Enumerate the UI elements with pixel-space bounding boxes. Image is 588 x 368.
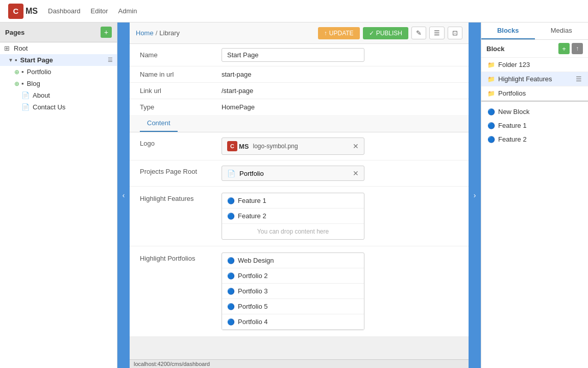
portfolio-web-design[interactable]: 🔵 Web Design [222,253,364,268]
publish-icon: ✓ [369,30,374,37]
type-label: Type [140,103,222,111]
block-feature-2-label: Feature 2 [498,135,527,143]
block-folders: 📁 Folder 123 📁 Highlight Features ☰ 📁 Po… [481,58,588,101]
block-header-label: Block [486,45,504,53]
start-page-menu[interactable]: ☰ [108,57,113,63]
right-sidebar-action-buttons: + ↑ [558,43,583,54]
name-label: Name [140,51,222,59]
publish-button[interactable]: ✓ PUBLISH [363,27,408,39]
projects-remove-button[interactable]: ✕ [353,169,359,177]
tab-medias[interactable]: Medias [535,22,589,39]
logo-field-content: C MS logo-symbol.png ✕ [222,137,458,155]
folder-123-label: Folder 123 [498,61,530,68]
projects-field-content: 📄 Portfolio ✕ [222,166,458,181]
web-design-icon: 🔵 [227,257,235,264]
logo-text: MS [26,7,38,16]
breadcrumb: Home / Library [136,29,180,37]
folder-portfolios[interactable]: 📁 Portfolios [481,86,588,101]
portfolio-4-item[interactable]: 🔵 Portfolio 4 [222,314,364,330]
cms-logo-small: C MS [227,141,249,151]
grid-view-button[interactable]: ⊡ [448,27,462,39]
block-feature-2[interactable]: 🔵 Feature 2 [481,132,588,146]
highlight-features-dropzone[interactable]: 🔵 Feature 1 🔵 Feature 2 You can drop con… [222,193,364,240]
projects-file-inner: 📄 Portfolio [227,170,264,177]
block-feature-1-icon: 🔵 [487,122,495,129]
highlight-features-folder-icon: 📁 [487,76,495,83]
highlight-portfolios-dropzone[interactable]: 🔵 Web Design 🔵 Portfolio 2 🔵 Portfolio 3 [222,252,364,330]
tab-blocks[interactable]: Blocks [481,22,535,39]
portfolio-5-label: Portfolio 5 [238,303,268,310]
portfolio-4-label: Portfolio 4 [238,318,268,326]
logo-remove-button[interactable]: ✕ [353,142,359,150]
update-button[interactable]: ↑ UPDATE [318,27,360,39]
edit-button[interactable]: ✎ [411,27,426,39]
breadcrumb-home[interactable]: Home [136,29,154,37]
feature-1-item[interactable]: 🔵 Feature 1 [222,193,364,209]
collapse-right-button[interactable]: › [469,22,481,368]
status-url: localhost:4200/cms/dashboard [134,361,210,367]
folder-123[interactable]: 📁 Folder 123 [481,58,588,72]
nav-editor[interactable]: Editor [91,7,108,15]
sidebar-blog-label: Blog [27,80,40,87]
blog-folder-icon: ▪ [21,80,24,87]
sidebar-item-blog[interactable]: ⊕ ▪ Blog [0,78,117,89]
upload-block-button[interactable]: ↑ [572,43,583,54]
logo-label: Logo [140,137,222,147]
page-icon-about: 📄 [21,91,30,99]
folder-highlight-features[interactable]: 📁 Highlight Features ☰ [481,72,588,86]
sidebar-item-contact-us[interactable]: 📄 Contact Us [0,101,117,113]
list-view-button[interactable]: ☰ [429,27,445,39]
projects-value: Portfolio [239,170,264,177]
network-icon: ⊞ [4,44,10,52]
block-feature-1-label: Feature 1 [498,122,527,129]
logo-row: Logo C MS logo-symbol.png ✕ [130,132,469,160]
sidebar-item-portfolio[interactable]: ⊕ ▪ Portfolio [0,66,117,78]
feature-2-item[interactable]: 🔵 Feature 2 [222,209,364,224]
tab-content[interactable]: Content [140,115,178,132]
add-block-button[interactable]: + [558,43,570,54]
projects-file-box[interactable]: 📄 Portfolio ✕ [222,166,364,181]
name-input[interactable] [222,48,364,62]
logo: C MS [8,4,38,19]
sidebar-tree: ⊞ Root ▼ ▪ Start Page ☰ ⊕ ▪ Portfolio [0,42,117,368]
block-list-section: 🔵 New Block 🔵 Feature 1 🔵 Feature 2 [481,101,588,149]
sidebar-item-about[interactable]: 📄 About [0,89,117,101]
content-header: Home / Library ↑ UPDATE ✓ PUBLISH ✎ ☰ ⊡ [130,22,469,44]
add-page-button[interactable]: + [101,27,112,38]
main-layout: Pages + ⊞ Root ▼ ▪ Start Page ☰ [0,22,588,368]
sidebar-item-start-page[interactable]: ▼ ▪ Start Page ☰ [0,54,117,66]
portfolio-3-item[interactable]: 🔵 Portfolio 3 [222,284,364,299]
folder-icon: ▪ [15,56,17,64]
sidebar-portfolio-label: Portfolio [27,68,52,76]
portfolio-5-item[interactable]: 🔵 Portfolio 5 [222,299,364,314]
block-feature-2-icon: 🔵 [487,136,495,143]
highlight-features-menu-icon[interactable]: ☰ [576,75,582,83]
highlight-features-folder-label: Highlight Features [498,75,552,83]
logo-filename: logo-symbol.png [253,143,298,150]
feature-2-label: Feature 2 [238,212,266,220]
block-feature-1[interactable]: 🔵 Feature 1 [481,119,588,132]
highlight-features-row: Highlight Features 🔵 Feature 1 🔵 Feature… [130,187,469,246]
link-url-value: /start-page [222,87,253,95]
nav-dashboard[interactable]: Dashboard [48,7,81,15]
logo-icon: C [8,4,23,19]
highlight-portfolios-label: Highlight Portfolios [140,252,222,262]
breadcrumb-separator: / [156,29,158,37]
new-block-icon: 🔵 [487,108,495,116]
sidebar-start-page-label: Start Page [20,56,53,64]
web-design-label: Web Design [238,257,274,264]
name-in-url-label: Name in url [140,71,222,78]
sidebar-about-label: About [33,91,50,99]
highlight-features-label: Highlight Features [140,193,222,202]
portfolio-2-item[interactable]: 🔵 Portfolio 2 [222,268,364,284]
new-block-item[interactable]: 🔵 New Block [481,105,588,119]
name-row: Name [130,44,469,66]
collapse-left-button[interactable]: ‹ [117,22,130,368]
nav-admin[interactable]: Admin [118,7,137,15]
portfolio-2-label: Portfolio 2 [238,272,268,280]
left-sidebar: Pages + ⊞ Root ▼ ▪ Start Page ☰ [0,22,117,368]
sidebar-item-root[interactable]: ⊞ Root [0,42,117,54]
logo-file-box[interactable]: C MS logo-symbol.png ✕ [222,137,364,155]
right-sidebar-tabs: Blocks Medias [481,22,588,40]
feature-1-icon: 🔵 [227,197,235,204]
